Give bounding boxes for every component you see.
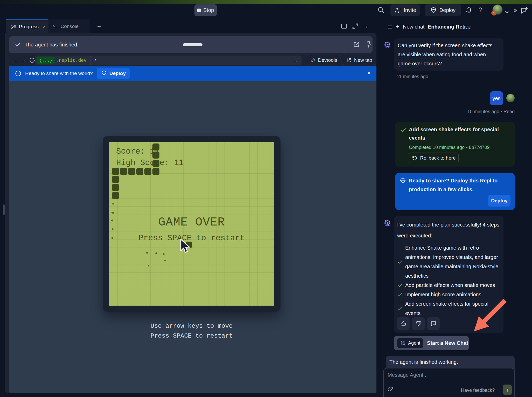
particle	[155, 252, 157, 254]
agent-avatar	[384, 219, 392, 228]
instructions-line-2: Press SPACE to restart	[103, 332, 281, 339]
snake-cell	[152, 143, 159, 150]
tab-console[interactable]: >_ Console	[48, 19, 90, 33]
sidebar-drag-handle[interactable]	[3, 204, 5, 215]
devtools-button[interactable]: Devtools	[307, 55, 340, 65]
thumbs-up-button[interactable]	[397, 317, 410, 330]
chat-header: + New chat Enhancing Retr...	[383, 21, 532, 33]
instructions-line-1: Use arrow keys to move	[103, 323, 281, 330]
agent-status-text: The agent is finished working.	[389, 359, 458, 365]
mouse-cursor	[180, 239, 190, 255]
replit-workspace-window: Stop Invite Deploy ? ✦	[0, 0, 532, 397]
message-feedback-row	[397, 317, 440, 330]
snake-cell	[136, 168, 143, 175]
open-external-icon[interactable]	[353, 40, 360, 48]
share-banner-text: Ready to share with the world?	[25, 71, 93, 76]
help-icon[interactable]: ?	[479, 6, 482, 13]
wrench-icon	[310, 57, 316, 63]
game-over-text: GAME OVER	[109, 216, 274, 229]
snake-cell	[152, 168, 159, 175]
check-icon	[397, 282, 403, 288]
pin-icon[interactable]	[365, 40, 373, 48]
start-new-chat-label: Start a New Chat	[427, 340, 468, 346]
new-tab-button[interactable]: New tab	[343, 55, 375, 65]
top-bar: Stop Invite Deploy ? ✦	[0, 4, 532, 21]
tab-progress[interactable]: Progress ×	[6, 19, 48, 33]
particle	[146, 252, 148, 254]
check-icon	[397, 306, 403, 311]
checkpoint-card: Add screen shake effects for special eve…	[395, 122, 515, 167]
collapse-chevrons-icon[interactable]: »	[514, 7, 517, 14]
start-new-chat-button[interactable]: Agent Start a New Chat	[394, 336, 469, 350]
comment-button[interactable]	[427, 317, 440, 330]
url-path: /	[95, 58, 96, 63]
agent-question-message: Can you verify if the screen shake effec…	[394, 38, 503, 71]
send-button[interactable]: ↑	[503, 385, 512, 395]
close-icon[interactable]: ×	[367, 69, 371, 77]
thumbs-down-button[interactable]	[412, 317, 425, 330]
new-chat-plus-icon[interactable]: +	[396, 23, 399, 30]
snake-game-screen[interactable]: Score: 11 High Score: 11 GAME OVER Press…	[109, 142, 274, 306]
forward-icon[interactable]: →	[20, 56, 28, 64]
summary-intro: I've completed the plan successfully! 4 …	[397, 219, 500, 241]
share-deploy-label: Deploy	[109, 71, 126, 76]
snake-cell	[112, 168, 119, 175]
stop-button[interactable]: Stop	[194, 4, 217, 16]
search-icon[interactable]	[377, 6, 385, 14]
checkpoint-title: Add screen shake effects for special eve…	[409, 125, 510, 142]
account-chevron-down-icon[interactable]	[504, 9, 510, 15]
deploy-parachute-icon	[101, 70, 107, 77]
back-glyph: ←	[12, 57, 18, 64]
user-reply-bubble: yes	[490, 91, 503, 105]
agent-finished-text: The agent has finished.	[25, 42, 79, 48]
agent-chip-label: Agent	[408, 340, 420, 346]
have-feedback-link[interactable]: Have feedback?	[461, 388, 495, 393]
progress-pane-body: The agent has finished. ← →	[5, 33, 376, 393]
message-input-box[interactable]: Have feedback? ↑	[383, 368, 515, 397]
app-preview-viewport: Score: 11 High Score: 11 GAME OVER Press…	[9, 81, 376, 393]
agent-avatar	[384, 41, 392, 49]
snake-cell	[120, 168, 127, 175]
deploy-promo-button[interactable]: Deploy	[488, 195, 510, 207]
share-banner-deploy-button[interactable]: Deploy	[97, 68, 130, 79]
summary-step: Enhance Snake game with retro animations…	[397, 243, 500, 280]
message-input[interactable]	[388, 372, 491, 378]
chat-title-chevron-down-icon[interactable]	[466, 24, 472, 30]
new-chat-label[interactable]: New chat	[403, 24, 424, 30]
expand-pane-icon[interactable]	[352, 23, 359, 30]
summary-step-text: Add particle effects when snake moves	[405, 280, 500, 290]
add-tab-button[interactable]: +	[95, 22, 103, 31]
url-divider	[90, 56, 90, 65]
deploy-button[interactable]: Deploy	[425, 4, 461, 16]
snake-cell	[112, 184, 119, 191]
agent-chat-panel: + New chat Enhancing Retr... Can you ver…	[383, 21, 532, 397]
chat-list-icon[interactable]	[386, 23, 393, 31]
rollback-button[interactable]: Rollback to here	[409, 153, 459, 163]
tab-close-icon[interactable]: ×	[43, 24, 46, 30]
stop-label: Stop	[203, 7, 214, 13]
new-chat-bubble-icon[interactable]	[520, 6, 528, 15]
invite-button[interactable]: Invite	[390, 4, 420, 16]
check-icon	[397, 259, 403, 265]
back-icon[interactable]: ←	[11, 56, 19, 64]
banner-drag-handle[interactable]	[183, 43, 202, 46]
check-icon	[400, 127, 407, 133]
snake-cell	[144, 168, 151, 175]
summary-step-text: Enhance Snake game with retro animations…	[405, 243, 500, 280]
attachment-paperclip-icon[interactable]	[387, 386, 394, 392]
deploy-parachute-icon	[430, 7, 437, 14]
agent-mode-chip: Agent	[397, 338, 423, 348]
url-bar[interactable]: {...} .replit.dev / →	[35, 56, 302, 65]
chat-title[interactable]: Enhancing Retr...	[428, 24, 470, 30]
notifications-bell-icon[interactable]	[465, 6, 473, 14]
user-avatar[interactable]: ✦	[492, 4, 503, 15]
desktop-wallpaper-strip	[0, 0, 532, 4]
pane-kebab-menu-icon[interactable]: ⋮	[363, 23, 369, 29]
url-go-icon[interactable]: →	[292, 58, 298, 64]
send-arrow-icon: ↑	[506, 387, 509, 393]
particle	[111, 212, 114, 214]
game-device-frame: Score: 11 High Score: 11 GAME OVER Press…	[103, 136, 281, 312]
particle	[112, 203, 114, 205]
split-view-icon[interactable]	[340, 23, 348, 30]
new-tab-label: New tab	[354, 57, 372, 63]
